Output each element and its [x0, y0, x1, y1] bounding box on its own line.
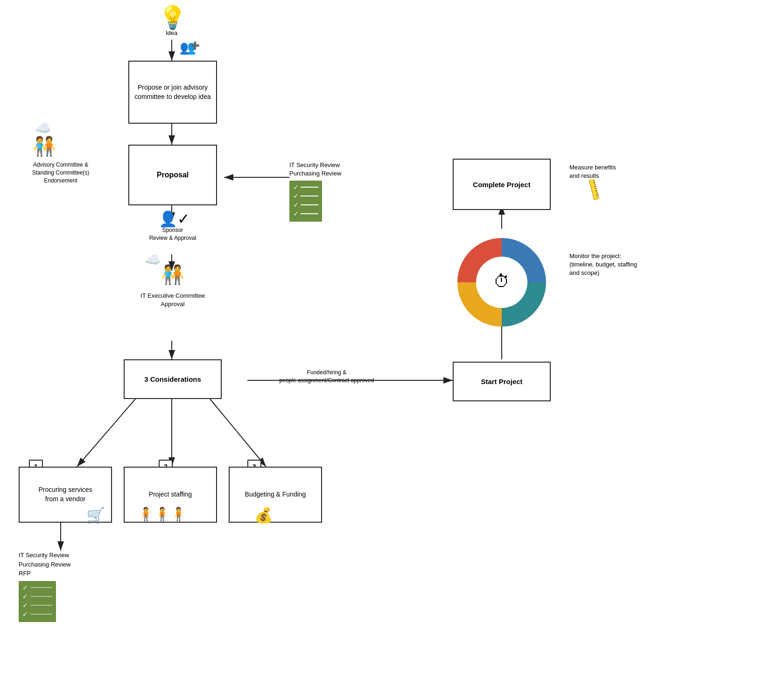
sponsor-icon: 👤✓ — [159, 210, 190, 228]
advisory-committee-icon: 🧑‍🤝‍🧑 — [33, 135, 56, 157]
it-security-review-top: IT Security ReviewPurchasing Review ✓ ✓ … — [289, 161, 341, 181]
people-icon: 🧍🧍🧍 — [138, 506, 187, 522]
svg-line-13 — [210, 399, 266, 467]
svg-line-11 — [77, 399, 135, 467]
it-security-review-bottom: IT Security ReviewPurchasing ReviewRFP ✓… — [19, 551, 70, 581]
start-project-box: Start Project — [453, 362, 551, 401]
lightbulb-icon: 💡 — [159, 5, 187, 31]
advisory-label: Advisory Committee &Standing Committee(s… — [14, 161, 107, 184]
budgeting-box: Budgeting & Funding — [229, 467, 322, 523]
monitor-label: Monitor the project:(timeline, budget, s… — [569, 252, 672, 278]
wallet-icon: 💰 — [254, 506, 273, 524]
add-icon: ➕ — [190, 41, 200, 50]
funded-label: Funded/hiring &people assignment/Contrac… — [261, 369, 392, 385]
propose-box: Propose or join advisory committee to de… — [128, 61, 217, 124]
it-exec-label: IT Executive CommitteeApproval — [117, 292, 229, 308]
considerations-box: 3 Considerations — [124, 359, 222, 399]
cloud-icon-exec: ☁️ — [145, 252, 161, 267]
complete-project-box: Complete Project — [453, 159, 551, 210]
proposal-box: Proposal — [128, 145, 217, 205]
sponsor-label: SponsorReview & Approval — [135, 226, 210, 242]
idea-label: Idea — [166, 29, 177, 37]
cloud-icon-advisory: ☁️ — [35, 120, 51, 136]
donut-chart: ⏱ — [448, 229, 555, 336]
cart-icon: 🛒 — [86, 506, 105, 524]
measure-label: Measure benefitsand results — [569, 163, 663, 180]
svg-text:⏱: ⏱ — [493, 272, 510, 291]
